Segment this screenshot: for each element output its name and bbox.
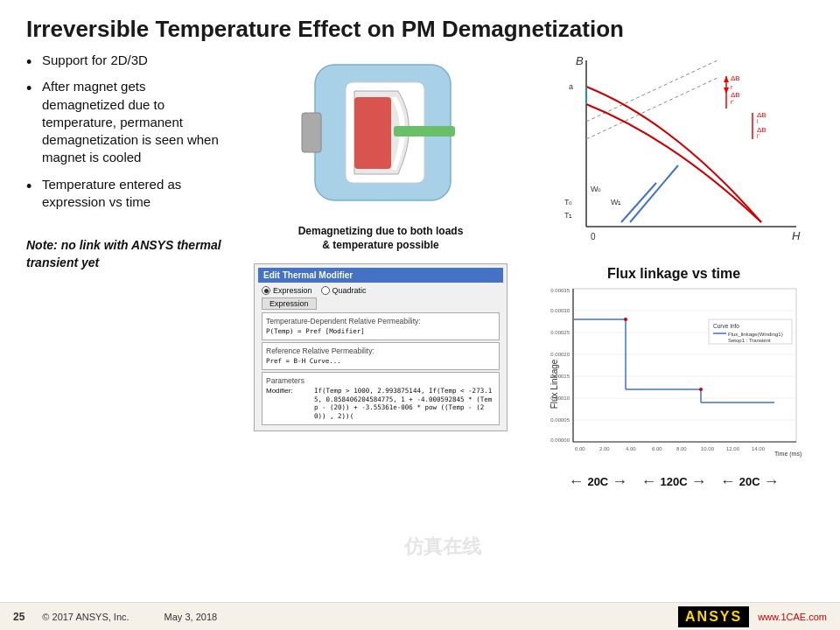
- radio-quadratic[interactable]: Quadratic: [321, 286, 367, 295]
- svg-point-63: [624, 318, 627, 321]
- svg-text:0.00020: 0.00020: [550, 352, 570, 357]
- svg-text:0.00025: 0.00025: [550, 330, 570, 335]
- dialog-title: Edit Thermal Modifier: [258, 268, 503, 283]
- ansys-logo: ANSYS: [678, 606, 749, 627]
- flux-chart-title: Flux linkage vs time: [525, 266, 822, 282]
- bh-chart: H B 0: [525, 52, 822, 262]
- motor-caption: Demagnetizing due to both loads & temper…: [293, 225, 468, 252]
- svg-text:ΔB: ΔB: [731, 74, 740, 82]
- arrow-20c-right: ← 20C →: [711, 472, 788, 491]
- svg-text:6.00: 6.00: [652, 446, 662, 452]
- dialog-box[interactable]: Edit Thermal Modifier Expression Quadrat…: [254, 263, 508, 431]
- slide-title: Irreversible Temperature Effect on PM De…: [0, 0, 840, 52]
- footer-copyright: © 2017 ANSYS, Inc.: [42, 612, 129, 622]
- svg-text:W₁: W₁: [611, 198, 622, 206]
- svg-text:0.00010: 0.00010: [550, 396, 570, 401]
- dialog-section-2: Reference Relative Permeability: Pref = …: [262, 342, 500, 370]
- svg-text:Flux Linkage: Flux Linkage: [550, 359, 559, 409]
- bullet-1: Support for 2D/3D: [26, 52, 228, 69]
- svg-text:ΔB: ΔB: [757, 111, 766, 119]
- svg-text:Time (ms): Time (ms): [774, 451, 802, 458]
- svg-text:4.00: 4.00: [626, 446, 636, 452]
- slide-container: Irreversible Temperature Effect on PM De…: [0, 0, 840, 630]
- svg-text:0.00030: 0.00030: [550, 308, 570, 313]
- svg-text:14.00: 14.00: [752, 446, 766, 452]
- watermark: 仿真在线: [404, 534, 481, 560]
- svg-text:Curve Info: Curve Info: [713, 323, 739, 329]
- bullet-3: Temperature entered as expression vs tim…: [26, 176, 228, 212]
- arrow-20c-left: ← 20C →: [560, 472, 636, 491]
- dialog-tab[interactable]: Expression: [262, 298, 317, 310]
- svg-text:T₁: T₁: [564, 211, 573, 220]
- dialog-section-1: Temperature-Dependent Relative Permeabil…: [262, 312, 500, 340]
- flux-linkage-section: Flux linkage vs time Flux Linkage: [525, 266, 822, 491]
- svg-text:0.00015: 0.00015: [550, 374, 570, 379]
- svg-text:2.00: 2.00: [599, 446, 610, 452]
- note-text: Note: no link with ANSYS thermal transie…: [26, 237, 228, 271]
- svg-text:0.00: 0.00: [575, 446, 585, 452]
- svg-text:H: H: [792, 229, 801, 242]
- svg-marker-13: [724, 76, 729, 82]
- svg-text:ΔB: ΔB: [731, 91, 740, 99]
- svg-text:r: r: [731, 84, 733, 90]
- svg-text:W₀: W₀: [591, 185, 602, 193]
- svg-text:a: a: [569, 82, 573, 91]
- footer-date: May 3, 2018: [164, 612, 218, 622]
- svg-text:Flux_linkage(Winding1): Flux_linkage(Winding1): [728, 332, 783, 337]
- svg-text:B: B: [576, 54, 584, 67]
- svg-line-11: [586, 78, 718, 139]
- svg-text:Setup1 : Transient: Setup1 : Transient: [728, 338, 771, 343]
- svg-text:12.00: 12.00: [726, 446, 740, 452]
- footer-right: ANSYS www.1CAE.com: [678, 606, 827, 627]
- svg-text:0: 0: [591, 232, 596, 242]
- svg-text:T₀: T₀: [564, 198, 573, 206]
- svg-text:i': i': [757, 133, 760, 139]
- svg-text:8.00: 8.00: [676, 446, 687, 452]
- svg-text:i: i: [757, 118, 759, 124]
- footer: 25 © 2017 ANSYS, Inc. May 3, 2018 ANSYS …: [0, 602, 840, 630]
- left-column: Support for 2D/3D After magnet gets dema…: [18, 52, 236, 491]
- svg-text:0.00000: 0.00000: [550, 438, 570, 443]
- svg-point-64: [699, 388, 703, 391]
- flux-chart: Flux Linkage 0.00035 0.00030 0.000: [525, 284, 822, 477]
- dialog-radio-row: Expression Quadratic: [258, 286, 503, 295]
- dialog-section-3: Parameters Modifier: If(Temp > 1000, 2.9…: [262, 372, 500, 425]
- middle-column: Demagnetizing due to both loads & temper…: [245, 52, 516, 491]
- right-column: H B 0: [525, 52, 822, 491]
- footer-page: 25: [13, 611, 24, 623]
- svg-text:0.00005: 0.00005: [550, 417, 570, 423]
- radio-circle-expression: [262, 286, 270, 295]
- radio-circle-quadratic: [321, 286, 330, 295]
- svg-rect-3: [394, 126, 455, 136]
- svg-rect-4: [302, 113, 321, 152]
- radio-expression[interactable]: Expression: [262, 286, 312, 295]
- arrow-120c: ← 120C →: [636, 472, 712, 491]
- svg-text:0.00035: 0.00035: [550, 288, 570, 293]
- bullet-2: After magnet gets demagnetized due to te…: [26, 78, 228, 166]
- svg-text:r': r': [731, 99, 734, 105]
- footer-website: www.1CAE.com: [758, 612, 827, 622]
- svg-rect-32: [573, 289, 796, 442]
- radio-group: Expression Quadratic: [262, 286, 367, 295]
- svg-rect-2: [354, 97, 391, 169]
- modifier-row: Modifier: If(Temp > 1000, 2.993875144, I…: [266, 387, 495, 421]
- motor-diagram: [284, 52, 477, 218]
- content-area: Support for 2D/3D After magnet gets dema…: [0, 52, 840, 491]
- temp-labels-row: ← 20C → ← 120C → ← 20C →: [525, 472, 822, 491]
- svg-marker-14: [724, 88, 729, 94]
- bullet-list: Support for 2D/3D After magnet gets dema…: [26, 52, 228, 211]
- svg-text:10.00: 10.00: [701, 446, 715, 452]
